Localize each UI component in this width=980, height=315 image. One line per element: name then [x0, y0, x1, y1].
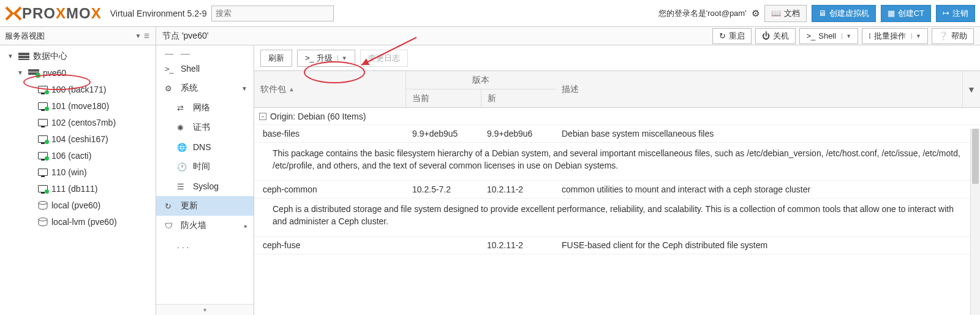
cube-icon: ▦: [888, 9, 895, 18]
gear-icon[interactable]: ⚙: [752, 8, 760, 19]
tree-node-pve60[interactable]: ▼ pve60: [0, 64, 156, 81]
reboot-button[interactable]: ↻重启: [712, 28, 752, 44]
shutdown-button[interactable]: ⏻关机: [755, 28, 796, 44]
subnav-overview-collapsed[interactable]: — ––: [156, 48, 254, 59]
tree-vm-111[interactable]: 111 (db111): [0, 180, 156, 197]
svg-rect-2: [18, 59, 29, 60]
collapse-icon[interactable]: ▼: [7, 53, 15, 59]
subnav-shell[interactable]: >_Shell: [156, 59, 254, 78]
tree-storage-local[interactable]: local (pve60): [0, 197, 156, 213]
subnav-collapse-toggle[interactable]: ▾: [156, 304, 254, 315]
docs-button[interactable]: 📖 文档: [764, 5, 807, 22]
clock-icon: 🕐: [177, 162, 187, 172]
vm-icon: [38, 86, 48, 93]
help-button[interactable]: ❔帮助: [932, 28, 974, 44]
chevron-down-icon[interactable]: ▼: [911, 33, 921, 39]
status-online-icon: [36, 73, 40, 78]
group-collapse-icon[interactable]: −: [259, 113, 266, 120]
row-detail: This package contains the basic filesyst…: [254, 143, 980, 181]
chevron-down-icon[interactable]: ▼: [241, 85, 247, 92]
subnav-firewall[interactable]: 🛡防火墙▸: [156, 216, 254, 235]
subnav-dns[interactable]: 🌐DNS: [156, 137, 254, 157]
list-icon: ⁞: [869, 31, 871, 40]
col-current[interactable]: 当前: [406, 89, 481, 107]
logo-x-icon: [5, 6, 22, 21]
col-description[interactable]: 描述: [556, 71, 963, 107]
tree-vm-101[interactable]: 101 (move180): [0, 97, 156, 114]
login-info: 您的登录名是'root@pam': [658, 8, 747, 19]
cogs-icon: ⚙: [165, 84, 175, 93]
svg-point-5: [39, 201, 47, 204]
tree-storage-local-lvm[interactable]: local-lvm (pve60): [0, 213, 156, 230]
subnav-updates[interactable]: ↻更新: [156, 196, 254, 216]
view-selector[interactable]: 服务器视图 ▼ ☰: [0, 27, 156, 45]
proxmox-logo: PROXMOX: [5, 5, 102, 22]
chevron-right-icon[interactable]: ▸: [244, 222, 247, 229]
server-icon: [18, 53, 29, 60]
restart-icon: ↻: [719, 31, 726, 40]
network-icon: ⇄: [177, 104, 187, 113]
refresh-button[interactable]: 刷新: [260, 50, 292, 67]
subnav-system[interactable]: ⚙ 系统▼: [156, 78, 254, 98]
vm-icon: [38, 169, 48, 176]
chevron-down-icon[interactable]: ▼: [842, 33, 851, 39]
vm-icon: [38, 135, 48, 143]
svg-point-6: [39, 218, 47, 221]
tree-vm-106[interactable]: 106 (cacti): [0, 147, 156, 164]
logout-button[interactable]: ↦ 注销: [936, 5, 975, 22]
global-search[interactable]: [211, 6, 334, 21]
svg-rect-1: [18, 56, 29, 58]
storage-icon: [38, 201, 48, 210]
settings-icon[interactable]: ☰: [143, 32, 151, 40]
certificate-icon: ✺: [177, 123, 187, 132]
vertical-scrollbar[interactable]: [970, 129, 980, 315]
vm-icon: [38, 119, 48, 126]
grid-body: − Origin: Debian (60 Items) base-files 9…: [254, 108, 980, 315]
list-icon: ☰: [177, 182, 187, 191]
column-menu-icon[interactable]: ▼: [963, 71, 980, 107]
group-row[interactable]: − Origin: Debian (60 Items): [254, 108, 980, 125]
tree-datacenter[interactable]: ▼ 数据中心: [0, 48, 156, 64]
power-icon: ⏻: [762, 31, 770, 40]
bulk-actions-button[interactable]: ⁞批量操作▼: [862, 28, 928, 44]
table-row[interactable]: ceph-common 10.2.5-7.2 10.2.11-2 common …: [254, 181, 980, 199]
create-vm-button[interactable]: 🖥 创建虚拟机: [812, 5, 876, 22]
monitor-icon: 🖥: [818, 9, 826, 18]
col-version: 版本 当前 新: [406, 71, 556, 107]
table-row[interactable]: base-files 9.9+deb9u5 9.9+deb9u6 Debian …: [254, 125, 980, 143]
tree-vm-100[interactable]: 100 (back171): [0, 81, 156, 97]
sort-asc-icon: ▲: [288, 86, 295, 93]
scrollbar-thumb[interactable]: [972, 129, 979, 184]
grid-header: 软件包▲ 版本 当前 新 描述 ▼: [254, 71, 980, 108]
col-package[interactable]: 软件包▲: [254, 71, 406, 107]
table-row[interactable]: ceph-fuse 10.2.11-2 FUSE-based client fo…: [254, 237, 980, 254]
help-icon: ❔: [938, 31, 948, 40]
version-label: Virtual Environment 5.2-9: [110, 9, 207, 18]
subnav-time[interactable]: 🕐时间: [156, 157, 254, 176]
subnav-more[interactable]: . . .: [156, 235, 254, 255]
top-header: PROXMOX Virtual Environment 5.2-9 您的登录名是…: [0, 0, 980, 27]
chevron-down-icon[interactable]: ▼: [134, 32, 142, 40]
vm-icon: [38, 152, 48, 159]
breadcrumb: 节点 'pve60': [162, 31, 208, 42]
create-ct-button[interactable]: ▦ 创建CT: [881, 5, 931, 22]
collapse-icon[interactable]: ▼: [17, 69, 24, 76]
tree-vm-102[interactable]: 102 (centos7mb): [0, 114, 156, 131]
shield-icon: 🛡: [165, 221, 175, 230]
row-detail: Ceph is a distributed storage and file s…: [254, 199, 980, 237]
tree-vm-110[interactable]: 110 (win): [0, 164, 156, 180]
upgrade-button[interactable]: >_升级▼: [297, 50, 355, 67]
shell-button[interactable]: >_Shell▼: [799, 28, 858, 44]
subnav-network[interactable]: ⇄网络: [156, 98, 254, 118]
search-input[interactable]: [211, 6, 334, 21]
vm-icon: [38, 185, 48, 192]
tree-vm-104[interactable]: 104 (ceshi167): [0, 131, 156, 147]
terminal-icon: >_: [165, 64, 175, 74]
subnav-syslog[interactable]: ☰Syslog: [156, 176, 254, 196]
subnav-certificates[interactable]: ✺证书: [156, 118, 254, 137]
refresh-icon: ↻: [165, 202, 175, 211]
changelog-button: 变更日志: [360, 50, 408, 67]
svg-rect-0: [18, 53, 29, 55]
chevron-down-icon[interactable]: ▼: [337, 55, 347, 61]
col-new[interactable]: 新: [481, 89, 556, 107]
